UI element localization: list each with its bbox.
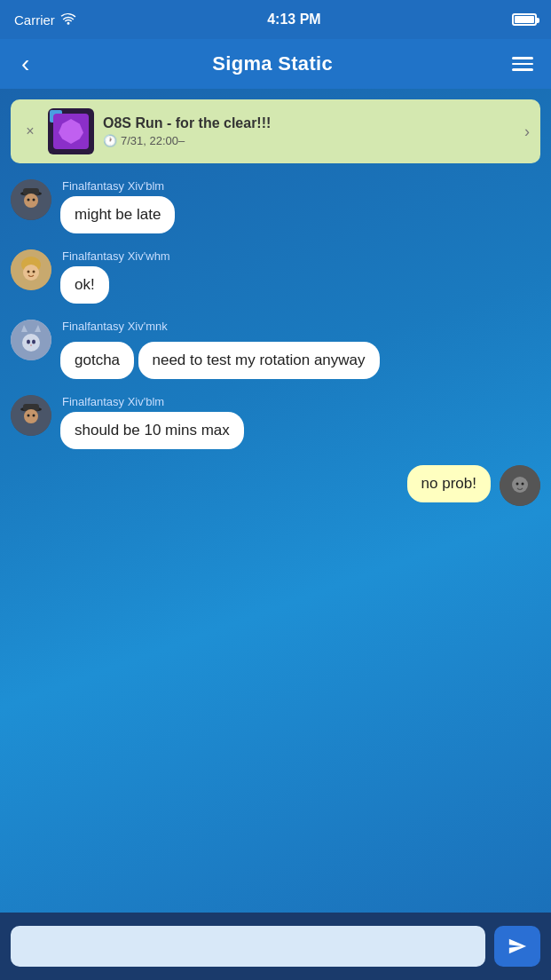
message-group-4: Finalfantasy Xiv'blm should be 10 mins m… [11,395,540,449]
chat-input[interactable] [11,926,485,967]
svg-point-17 [30,344,32,345]
clock-icon: 🕐 [103,134,117,147]
status-left: Carrier [14,12,76,28]
msg-content-5: no prob! [11,465,491,502]
carrier-label: Carrier [14,12,55,28]
event-time-text: 7/31, 22:00– [121,134,185,147]
status-bar: Carrier 4:13 PM [0,0,551,39]
svg-point-25 [512,477,528,493]
nav-bar: ‹ Sigma Static [0,39,551,89]
svg-point-14 [22,334,40,352]
svg-point-26 [516,483,519,486]
menu-button[interactable] [508,53,537,75]
bubble-3a: gotcha [60,342,134,379]
bubble-4: should be 10 mins max [60,412,244,449]
msg-content-2: Finalfantasy Xiv'whm ok! [60,249,540,304]
svg-point-15 [27,340,30,344]
msg-content-3: Finalfantasy Xiv'mnk gotcha need to test… [60,320,540,379]
msg-content-1: Finalfantasy Xiv'blm might be late [60,179,540,233]
bubble-3b: need to test my rotation anyway [138,342,380,379]
message-group-2: Finalfantasy Xiv'whm ok! [11,249,540,304]
message-group-3: Finalfantasy Xiv'mnk gotcha need to test… [11,320,540,379]
msg-sender-4: Finalfantasy Xiv'blm [62,395,540,408]
svg-point-27 [522,483,524,486]
nav-title: Sigma Static [212,52,333,75]
svg-point-4 [28,199,30,202]
avatar-whm [11,249,51,290]
bubble-5: no prob! [407,465,491,502]
battery-icon [512,13,537,26]
event-icon-mask [59,119,83,144]
event-icon: L [48,108,94,154]
back-button[interactable]: ‹ [14,46,36,82]
msg-sender-2: Finalfantasy Xiv'whm [62,249,540,263]
avatar-self [500,465,540,506]
svg-point-5 [33,199,35,202]
event-title: O8S Run - for the clear!!! [103,115,516,131]
bubble-1: might be late [60,196,175,233]
svg-point-8 [23,265,39,281]
svg-point-10 [33,271,35,273]
message-group-1: Finalfantasy Xiv'blm might be late [11,179,540,233]
status-right [512,13,537,26]
msg-sender-1: Finalfantasy Xiv'blm [62,179,540,193]
wifi-icon [60,12,76,28]
chat-area: Finalfantasy Xiv'blm might be late Final… [0,170,551,923]
event-arrow[interactable]: › [524,122,530,141]
svg-point-16 [32,340,35,344]
event-icon-inner [53,114,89,149]
avatar-blm-2 [11,395,51,436]
msg-sender-3: Finalfantasy Xiv'mnk [62,320,540,333]
svg-point-23 [33,415,35,417]
avatar-mnk [11,320,51,360]
event-close-button[interactable]: × [21,123,39,139]
status-time: 4:13 PM [267,12,320,28]
event-time: 🕐 7/31, 22:00– [103,134,516,147]
svg-point-21 [24,409,38,423]
input-bar [0,913,551,980]
event-info: O8S Run - for the clear!!! 🕐 7/31, 22:00… [103,115,516,147]
svg-point-22 [28,415,30,417]
bubble-2: ok! [60,266,109,304]
event-banner: × L O8S Run - for the clear!!! 🕐 7/31, 2… [11,99,540,163]
avatar-blm-1 [11,179,51,220]
message-group-5: no prob! [11,465,540,506]
svg-point-3 [24,194,38,208]
svg-point-9 [28,271,30,273]
send-button[interactable] [494,926,540,967]
msg-content-4: Finalfantasy Xiv'blm should be 10 mins m… [60,395,540,449]
